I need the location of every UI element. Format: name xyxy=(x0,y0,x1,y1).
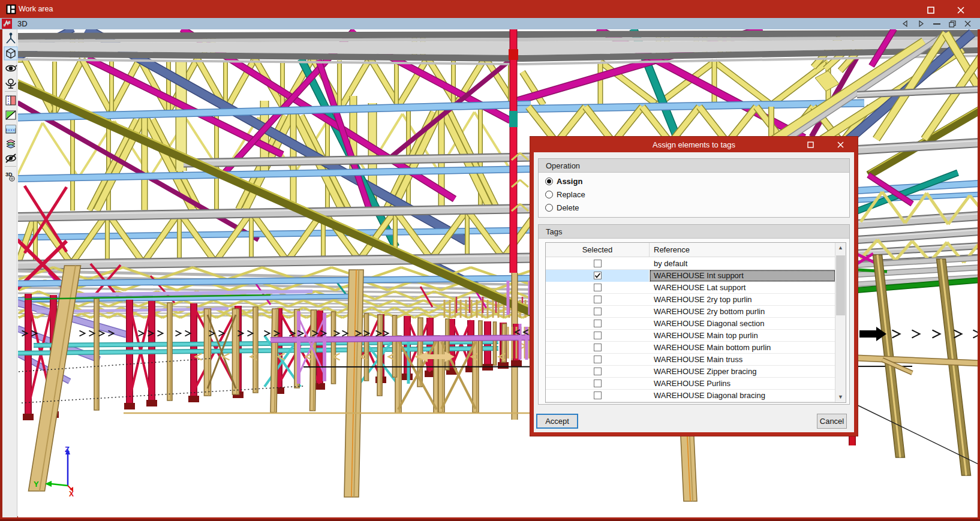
svg-text:Z: Z xyxy=(65,445,70,454)
svg-text:X: X xyxy=(69,490,74,498)
svg-text:Y: Y xyxy=(34,480,39,489)
